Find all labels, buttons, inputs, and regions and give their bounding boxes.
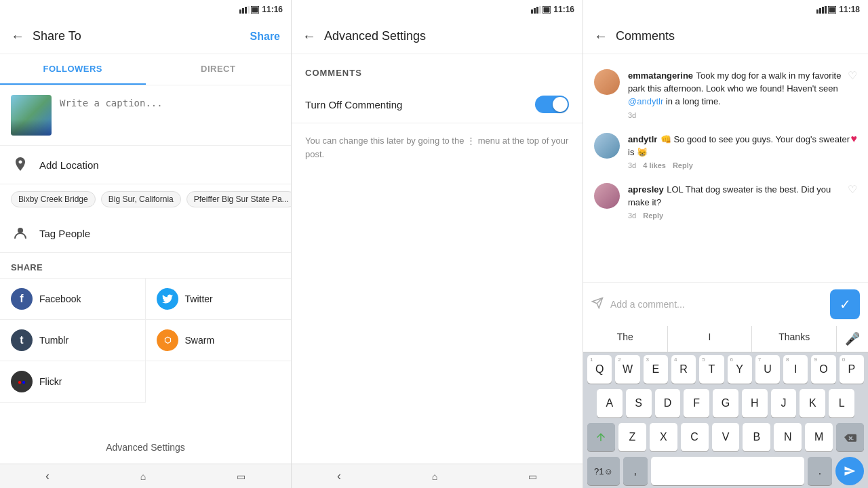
caption-input[interactable] xyxy=(60,95,280,130)
tag-chip-0[interactable]: Bixby Creek Bridge xyxy=(11,191,96,207)
key-Q[interactable]: 1Q xyxy=(587,355,612,384)
back-button-right[interactable]: ← xyxy=(594,28,608,44)
key-T[interactable]: 5T xyxy=(699,355,724,384)
shift-key[interactable] xyxy=(587,423,615,451)
key-V[interactable]: V xyxy=(712,423,740,451)
comment-reply-1[interactable]: Reply xyxy=(673,161,693,169)
comment-row-2: apresley LOL That dog sweater is the bes… xyxy=(583,176,868,226)
comment-body-1: andytlr 👊 So good to see you guys. Your … xyxy=(628,133,851,169)
swarm-icon: ⬡ xyxy=(157,329,178,351)
comment-meta-0: 3d xyxy=(628,111,848,119)
advanced-settings-link[interactable]: Advanced Settings xyxy=(0,431,291,464)
tab-direct[interactable]: DIRECT xyxy=(146,54,292,85)
svg-rect-3 xyxy=(248,6,250,14)
comment-username-1: andytlr xyxy=(628,134,657,144)
key-G[interactable]: G xyxy=(713,389,738,418)
heart-button-1[interactable]: ♥ xyxy=(851,133,858,145)
status-icons-right xyxy=(816,6,836,14)
key-N[interactable]: N xyxy=(774,423,802,451)
nav-recents-left[interactable]: ▭ xyxy=(237,471,245,482)
key-R[interactable]: 4R xyxy=(671,355,696,384)
key-Y[interactable]: 6Y xyxy=(728,355,752,384)
caption-area xyxy=(0,85,291,146)
facebook-label: Facebook xyxy=(39,293,81,304)
avatar-apresley xyxy=(594,183,620,209)
svg-rect-20 xyxy=(829,7,835,12)
key-I[interactable]: 8I xyxy=(783,355,808,384)
keyboard-suggestions: The I Thanks 🎤 xyxy=(583,326,868,352)
time-right: 11:18 xyxy=(839,5,860,14)
share-twitter[interactable]: Twitter xyxy=(146,279,292,320)
nav-home-middle[interactable]: ⌂ xyxy=(432,471,437,482)
key-J[interactable]: J xyxy=(771,389,797,418)
svg-rect-9 xyxy=(534,8,536,14)
back-button-left[interactable]: ← xyxy=(11,28,24,44)
heart-button-2[interactable]: ♡ xyxy=(848,183,857,196)
keyboard: The I Thanks 🎤 1Q 2W 3E 4R 5T 6Y 7U 8I 9… xyxy=(583,326,868,488)
key-D[interactable]: D xyxy=(655,389,681,418)
back-button-middle[interactable]: ← xyxy=(302,28,316,44)
keyboard-row-1: 1Q 2W 3E 4R 5T 6Y 7U 8I 9O 0P xyxy=(583,352,868,386)
comment-row-1: andytlr 👊 So good to see you guys. Your … xyxy=(583,126,868,176)
suggestion-0[interactable]: The xyxy=(583,326,668,352)
key-S[interactable]: S xyxy=(626,389,652,418)
tag-people-item[interactable]: Tag People xyxy=(0,214,291,253)
space-key[interactable] xyxy=(651,457,804,485)
symbols-key[interactable]: ?1☺ xyxy=(587,457,620,485)
key-P[interactable]: 0P xyxy=(840,355,864,384)
add-location-label: Add Location xyxy=(39,159,99,171)
key-W[interactable]: 2W xyxy=(615,355,639,384)
share-tumblr[interactable]: t Tumblr xyxy=(0,320,146,361)
add-location-item[interactable]: Add Location xyxy=(0,146,291,184)
backspace-key[interactable] xyxy=(836,423,864,451)
period-key[interactable]: . xyxy=(808,457,832,485)
keyboard-row-2: A S D F G H J K L xyxy=(583,386,868,420)
comments-hint: You can change this later by going to th… xyxy=(292,123,583,171)
key-E[interactable]: 3E xyxy=(644,355,668,384)
nav-home-left[interactable]: ⌂ xyxy=(140,471,146,482)
share-section-label: SHARE xyxy=(0,253,291,278)
go-button[interactable] xyxy=(835,457,864,485)
comment-reply-2[interactable]: Reply xyxy=(643,211,663,220)
turn-off-commenting-toggle[interactable] xyxy=(535,96,569,113)
heart-button-0[interactable]: ♡ xyxy=(848,69,857,82)
key-U[interactable]: 7U xyxy=(755,355,780,384)
tag-chip-1[interactable]: Big Sur, California xyxy=(101,191,181,207)
suggestion-2[interactable]: Thanks xyxy=(752,326,837,352)
suggestion-1[interactable]: I xyxy=(668,326,753,352)
nav-back-left[interactable]: ‹ xyxy=(45,469,50,483)
nav-recents-middle[interactable]: ▭ xyxy=(528,471,537,482)
svg-rect-1 xyxy=(242,8,244,14)
tag-chip-2[interactable]: Pfeiffer Big Sur State Pa... xyxy=(186,191,291,207)
mic-icon[interactable]: 🎤 xyxy=(837,326,868,352)
key-Z[interactable]: Z xyxy=(618,423,646,451)
key-L[interactable]: L xyxy=(829,389,854,418)
share-swarm[interactable]: ⬡ Swarm xyxy=(146,320,292,361)
tumblr-icon: t xyxy=(11,329,33,351)
key-M[interactable]: M xyxy=(805,423,833,451)
nav-back-middle[interactable]: ‹ xyxy=(337,469,341,483)
key-K[interactable]: K xyxy=(800,389,825,418)
mention-0[interactable]: @andytlr xyxy=(628,96,663,106)
comma-key[interactable]: , xyxy=(623,457,648,485)
tumblr-label: Tumblr xyxy=(39,335,68,346)
key-X[interactable]: X xyxy=(650,423,677,451)
share-facebook[interactable]: f Facebook xyxy=(0,279,146,320)
twitter-icon xyxy=(157,288,178,310)
submit-comment-button[interactable]: ✓ xyxy=(830,289,860,319)
tab-followers[interactable]: FOLLOWERS xyxy=(0,54,146,85)
key-A[interactable]: A xyxy=(597,389,623,418)
advanced-settings-panel: 11:16 ← Advanced Settings COMMENTS Turn … xyxy=(292,0,583,488)
comment-likes-1: 4 likes xyxy=(643,161,666,169)
key-H[interactable]: H xyxy=(742,389,768,418)
location-icon xyxy=(11,155,30,174)
key-C[interactable]: C xyxy=(681,423,709,451)
key-O[interactable]: 9O xyxy=(811,355,835,384)
svg-point-7 xyxy=(18,228,23,233)
share-action-button[interactable]: Share xyxy=(250,30,280,43)
key-F[interactable]: F xyxy=(684,389,709,418)
comments-title: Comments xyxy=(616,29,857,43)
share-flickr[interactable]: ●● Flickr xyxy=(0,361,146,403)
comment-input[interactable] xyxy=(610,299,825,310)
key-B[interactable]: B xyxy=(743,423,770,451)
